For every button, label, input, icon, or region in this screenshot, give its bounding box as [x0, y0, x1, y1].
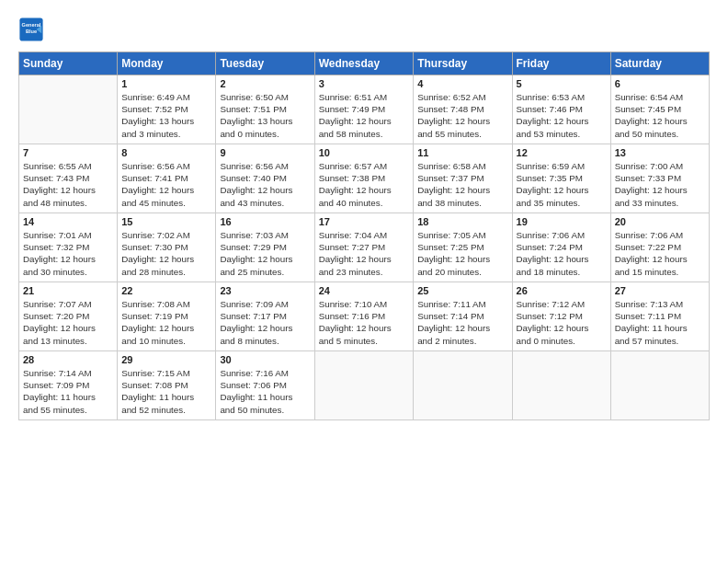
day-info: Sunrise: 7:05 AMSunset: 7:25 PMDaylight:… [417, 229, 507, 278]
cell-content: 3Sunrise: 6:51 AMSunset: 7:49 PMDaylight… [319, 78, 410, 141]
day-info: Sunrise: 7:06 AMSunset: 7:24 PMDaylight:… [517, 229, 607, 278]
calendar-cell: 25Sunrise: 7:11 AMSunset: 7:14 PMDayligh… [414, 282, 512, 351]
svg-text:Blue: Blue [26, 29, 37, 34]
day-info: Sunrise: 6:51 AMSunset: 7:49 PMDaylight:… [319, 91, 410, 140]
day-number: 12 [517, 147, 607, 158]
cell-content: 21Sunrise: 7:07 AMSunset: 7:20 PMDayligh… [23, 285, 113, 348]
day-info: Sunrise: 6:57 AMSunset: 7:38 PMDaylight:… [319, 160, 410, 209]
calendar-cell: 24Sunrise: 7:10 AMSunset: 7:16 PMDayligh… [314, 282, 414, 351]
calendar-cell: 10Sunrise: 6:57 AMSunset: 7:38 PMDayligh… [314, 144, 414, 213]
weekday-header: Saturday [610, 52, 709, 75]
day-number: 27 [615, 285, 705, 296]
cell-content: 7Sunrise: 6:55 AMSunset: 7:43 PMDaylight… [23, 147, 113, 210]
cell-content: 18Sunrise: 7:05 AMSunset: 7:25 PMDayligh… [417, 216, 507, 279]
cell-content: 24Sunrise: 7:10 AMSunset: 7:16 PMDayligh… [319, 285, 410, 348]
day-info: Sunrise: 7:03 AMSunset: 7:29 PMDaylight:… [220, 229, 310, 278]
day-info: Sunrise: 7:09 AMSunset: 7:17 PMDaylight:… [220, 298, 310, 347]
day-number: 2 [220, 78, 310, 89]
calendar-cell: 1Sunrise: 6:49 AMSunset: 7:52 PMDaylight… [118, 75, 216, 144]
day-number: 16 [220, 216, 310, 227]
calendar-cell: 17Sunrise: 7:04 AMSunset: 7:27 PMDayligh… [314, 213, 414, 282]
calendar-cell: 22Sunrise: 7:08 AMSunset: 7:19 PMDayligh… [118, 282, 216, 351]
calendar-cell [19, 75, 118, 144]
calendar-cell [414, 351, 512, 420]
calendar-cell: 23Sunrise: 7:09 AMSunset: 7:17 PMDayligh… [216, 282, 314, 351]
day-info: Sunrise: 6:58 AMSunset: 7:37 PMDaylight:… [417, 160, 507, 209]
day-info: Sunrise: 6:52 AMSunset: 7:48 PMDaylight:… [417, 91, 507, 140]
cell-content: 28Sunrise: 7:14 AMSunset: 7:09 PMDayligh… [23, 354, 113, 417]
calendar-cell [610, 351, 709, 420]
cell-content: 29Sunrise: 7:15 AMSunset: 7:08 PMDayligh… [121, 354, 211, 417]
day-number: 20 [615, 216, 705, 227]
cell-content: 5Sunrise: 6:53 AMSunset: 7:46 PMDaylight… [517, 78, 607, 141]
day-number: 25 [417, 285, 507, 296]
cell-content: 20Sunrise: 7:06 AMSunset: 7:22 PMDayligh… [615, 216, 705, 279]
cell-content: 2Sunrise: 6:50 AMSunset: 7:51 PMDaylight… [220, 78, 310, 141]
calendar-cell [512, 351, 610, 420]
day-number: 6 [615, 78, 705, 89]
cell-content: 30Sunrise: 7:16 AMSunset: 7:06 PMDayligh… [220, 354, 310, 417]
calendar-cell: 13Sunrise: 7:00 AMSunset: 7:33 PMDayligh… [610, 144, 709, 213]
day-info: Sunrise: 7:11 AMSunset: 7:14 PMDaylight:… [417, 298, 507, 347]
day-number: 22 [121, 285, 211, 296]
day-info: Sunrise: 7:14 AMSunset: 7:09 PMDaylight:… [23, 367, 113, 416]
weekday-header: Tuesday [216, 52, 314, 75]
day-number: 4 [417, 78, 507, 89]
day-number: 26 [517, 285, 607, 296]
day-number: 5 [517, 78, 607, 89]
cell-content: 22Sunrise: 7:08 AMSunset: 7:19 PMDayligh… [121, 285, 211, 348]
cell-content: 1Sunrise: 6:49 AMSunset: 7:52 PMDaylight… [121, 78, 211, 141]
calendar-cell: 4Sunrise: 6:52 AMSunset: 7:48 PMDaylight… [414, 75, 512, 144]
day-number: 24 [319, 285, 410, 296]
calendar-cell: 12Sunrise: 6:59 AMSunset: 7:35 PMDayligh… [512, 144, 610, 213]
calendar-cell: 20Sunrise: 7:06 AMSunset: 7:22 PMDayligh… [610, 213, 709, 282]
calendar-table: SundayMondayTuesdayWednesdayThursdayFrid… [18, 52, 710, 420]
calendar-cell: 26Sunrise: 7:12 AMSunset: 7:12 PMDayligh… [512, 282, 610, 351]
calendar-cell: 19Sunrise: 7:06 AMSunset: 7:24 PMDayligh… [512, 213, 610, 282]
day-number: 8 [121, 147, 211, 158]
day-info: Sunrise: 6:55 AMSunset: 7:43 PMDaylight:… [23, 160, 113, 209]
day-number: 3 [319, 78, 410, 89]
logo-icon: General Blue [18, 17, 44, 42]
cell-content: 23Sunrise: 7:09 AMSunset: 7:17 PMDayligh… [220, 285, 310, 348]
cell-content: 25Sunrise: 7:11 AMSunset: 7:14 PMDayligh… [417, 285, 507, 348]
calendar-cell: 21Sunrise: 7:07 AMSunset: 7:20 PMDayligh… [19, 282, 118, 351]
cell-content: 17Sunrise: 7:04 AMSunset: 7:27 PMDayligh… [319, 216, 410, 279]
day-info: Sunrise: 7:04 AMSunset: 7:27 PMDaylight:… [319, 229, 410, 278]
calendar-cell: 8Sunrise: 6:56 AMSunset: 7:41 PMDaylight… [118, 144, 216, 213]
weekday-header: Monday [118, 52, 216, 75]
calendar-cell: 30Sunrise: 7:16 AMSunset: 7:06 PMDayligh… [216, 351, 314, 420]
cell-content: 13Sunrise: 7:00 AMSunset: 7:33 PMDayligh… [615, 147, 705, 210]
day-info: Sunrise: 7:15 AMSunset: 7:08 PMDaylight:… [121, 367, 211, 416]
cell-content: 15Sunrise: 7:02 AMSunset: 7:30 PMDayligh… [121, 216, 211, 279]
day-info: Sunrise: 7:00 AMSunset: 7:33 PMDaylight:… [615, 160, 705, 209]
day-info: Sunrise: 7:16 AMSunset: 7:06 PMDaylight:… [220, 367, 310, 416]
day-number: 11 [417, 147, 507, 158]
day-info: Sunrise: 7:06 AMSunset: 7:22 PMDaylight:… [615, 229, 705, 278]
day-info: Sunrise: 7:02 AMSunset: 7:30 PMDaylight:… [121, 229, 211, 278]
day-number: 29 [121, 354, 211, 365]
cell-content: 27Sunrise: 7:13 AMSunset: 7:11 PMDayligh… [615, 285, 705, 348]
day-info: Sunrise: 6:50 AMSunset: 7:51 PMDaylight:… [220, 91, 310, 140]
calendar-cell: 28Sunrise: 7:14 AMSunset: 7:09 PMDayligh… [19, 351, 118, 420]
day-info: Sunrise: 7:13 AMSunset: 7:11 PMDaylight:… [615, 298, 705, 347]
day-number: 15 [121, 216, 211, 227]
cell-content: 4Sunrise: 6:52 AMSunset: 7:48 PMDaylight… [417, 78, 507, 141]
day-info: Sunrise: 7:08 AMSunset: 7:19 PMDaylight:… [121, 298, 211, 347]
page: General Blue SundayMondayTuesdayWednesda… [0, 0, 728, 563]
day-number: 10 [319, 147, 410, 158]
weekday-header: Friday [512, 52, 610, 75]
day-number: 23 [220, 285, 310, 296]
day-number: 7 [23, 147, 113, 158]
calendar-cell: 11Sunrise: 6:58 AMSunset: 7:37 PMDayligh… [414, 144, 512, 213]
weekday-header: Thursday [414, 52, 512, 75]
calendar-cell [314, 351, 414, 420]
day-info: Sunrise: 6:49 AMSunset: 7:52 PMDaylight:… [121, 91, 211, 140]
day-info: Sunrise: 7:12 AMSunset: 7:12 PMDaylight:… [517, 298, 607, 347]
day-number: 19 [517, 216, 607, 227]
calendar-cell: 14Sunrise: 7:01 AMSunset: 7:32 PMDayligh… [19, 213, 118, 282]
header: General Blue [18, 17, 710, 42]
calendar-cell: 6Sunrise: 6:54 AMSunset: 7:45 PMDaylight… [610, 75, 709, 144]
day-number: 28 [23, 354, 113, 365]
cell-content: 14Sunrise: 7:01 AMSunset: 7:32 PMDayligh… [23, 216, 113, 279]
